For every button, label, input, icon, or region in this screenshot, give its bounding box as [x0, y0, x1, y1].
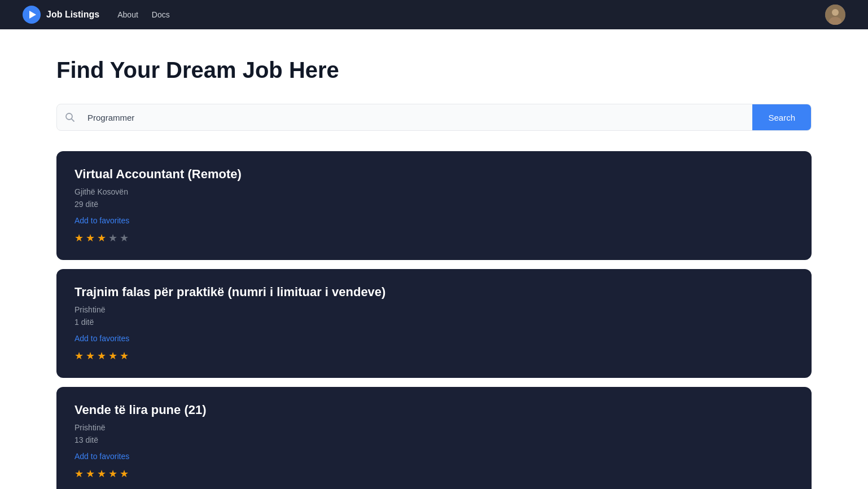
- star-4-0: ★: [108, 232, 117, 244]
- navbar: Job Listings About Docs: [0, 0, 868, 29]
- search-container: Search: [56, 104, 812, 131]
- job-cards-list: Virtual Accountant (Remote) Gjithë Kosov…: [56, 151, 812, 489]
- job-days-1: 1 ditë: [74, 318, 794, 327]
- star-1-0: ★: [74, 232, 84, 244]
- avatar-image: [825, 5, 845, 25]
- star-3-1: ★: [97, 350, 106, 362]
- job-days-2: 13 ditë: [74, 435, 794, 444]
- star-5-1: ★: [120, 350, 129, 362]
- search-icon: [57, 112, 83, 122]
- star-4-2: ★: [108, 468, 117, 480]
- job-location-1: Prishtinë: [74, 305, 794, 314]
- add-favorites-2[interactable]: Add to favorites: [74, 452, 129, 461]
- main-content: Find Your Dream Job Here Search Virtual …: [0, 29, 868, 489]
- svg-point-3: [832, 9, 839, 16]
- navbar-right: [825, 5, 845, 25]
- brand[interactable]: Job Listings: [23, 6, 99, 24]
- stars-1: ★ ★ ★ ★ ★: [74, 350, 794, 362]
- job-card-1[interactable]: Trajnim falas për praktikë (numri i limi…: [56, 269, 812, 378]
- job-card-2[interactable]: Vende të lira pune (21) Prishtinë 13 dit…: [56, 387, 812, 489]
- star-4-1: ★: [108, 350, 117, 362]
- star-3-0: ★: [97, 232, 106, 244]
- star-5-2: ★: [120, 468, 129, 480]
- star-5-0: ★: [120, 232, 129, 244]
- nav-docs[interactable]: Docs: [152, 10, 170, 19]
- job-card-0[interactable]: Virtual Accountant (Remote) Gjithë Kosov…: [56, 151, 812, 260]
- add-favorites-1[interactable]: Add to favorites: [74, 334, 129, 343]
- star-1-1: ★: [74, 350, 84, 362]
- job-title-2: Vende të lira pune (21): [74, 403, 794, 417]
- job-days-0: 29 ditë: [74, 200, 794, 209]
- brand-name: Job Listings: [46, 10, 99, 20]
- job-location-0: Gjithë Kosovën: [74, 187, 794, 196]
- star-1-2: ★: [74, 468, 84, 480]
- user-avatar[interactable]: [825, 5, 845, 25]
- search-button[interactable]: Search: [752, 104, 811, 131]
- brand-logo-icon: [23, 6, 41, 24]
- page-title: Find Your Dream Job Here: [56, 56, 812, 83]
- job-title-0: Virtual Accountant (Remote): [74, 167, 794, 182]
- add-favorites-0[interactable]: Add to favorites: [74, 216, 129, 225]
- star-2-0: ★: [86, 232, 95, 244]
- star-2-2: ★: [86, 468, 95, 480]
- nav-links: About Docs: [117, 10, 170, 19]
- job-title-1: Trajnim falas për praktikë (numri i limi…: [74, 285, 794, 299]
- stars-0: ★ ★ ★ ★ ★: [74, 232, 794, 244]
- stars-2: ★ ★ ★ ★ ★: [74, 468, 794, 480]
- star-2-1: ★: [86, 350, 95, 362]
- nav-about[interactable]: About: [117, 10, 138, 19]
- svg-line-6: [72, 119, 74, 121]
- job-location-2: Prishtinë: [74, 423, 794, 432]
- star-3-2: ★: [97, 468, 106, 480]
- search-input[interactable]: [83, 113, 752, 122]
